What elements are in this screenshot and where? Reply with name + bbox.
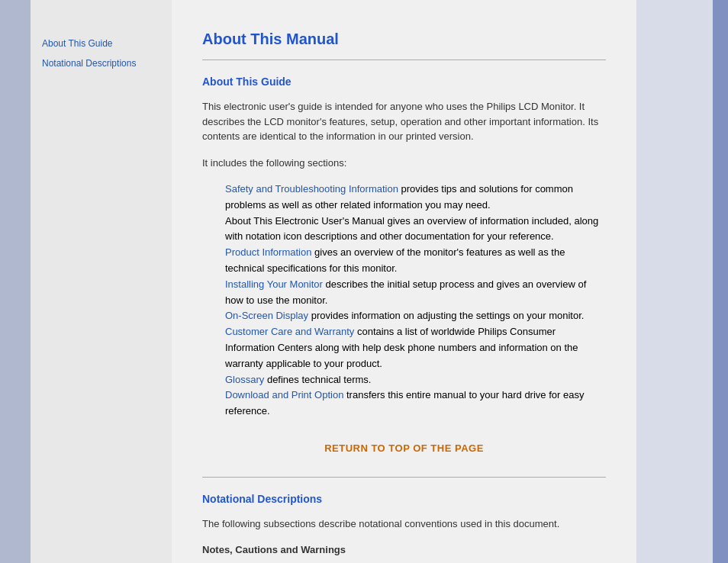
about-manual-text: About This Electronic User's Manual give… — [225, 215, 598, 243]
sidebar: About This Guide Notational Descriptions — [31, 0, 172, 563]
sidebar-item-about-guide[interactable]: About This Guide — [42, 38, 160, 49]
right-accent — [713, 0, 728, 563]
return-to-top-link[interactable]: RETURN TO TOP OF THE PAGE — [202, 442, 606, 454]
link-osd: On-Screen Display provides information o… — [225, 310, 584, 321]
safety-link[interactable]: Safety and Troubleshooting Information — [225, 183, 398, 195]
link-product: Product Information gives an overview of… — [225, 246, 565, 274]
download-link[interactable]: Download and Print Option — [225, 389, 343, 401]
about-guide-intro-p2: It includes the following sections: — [202, 156, 606, 171]
divider-top — [202, 60, 606, 60]
osd-link[interactable]: On-Screen Display — [225, 310, 308, 321]
links-block: Safety and Troubleshooting Information p… — [225, 182, 606, 420]
glossary-text: defines technical terms. — [264, 374, 371, 385]
page-title: About This Manual — [202, 31, 606, 48]
product-link[interactable]: Product Information — [225, 246, 311, 258]
divider-middle — [202, 477, 606, 478]
link-safety: Safety and Troubleshooting Information p… — [225, 183, 573, 211]
main-content: About This Manual About This Guide This … — [172, 0, 636, 563]
link-glossary: Glossary defines technical terms. — [225, 374, 371, 385]
installing-link[interactable]: Installing Your Monitor — [225, 278, 323, 290]
sidebar-item-notational[interactable]: Notational Descriptions — [42, 58, 160, 69]
right-panel — [636, 0, 728, 563]
link-download: Download and Print Option transfers this… — [225, 389, 584, 417]
left-border — [0, 0, 31, 563]
customer-care-link[interactable]: Customer Care and Warranty — [225, 326, 354, 337]
link-customer-care: Customer Care and Warranty contains a li… — [225, 326, 578, 369]
notational-intro: The following subsections describe notat… — [202, 516, 606, 532]
notes-cautions-title: Notes, Cautions and Warnings — [202, 542, 606, 558]
glossary-link[interactable]: Glossary — [225, 374, 264, 385]
osd-text: provides information on adjusting the se… — [308, 310, 584, 321]
notational-title: Notational Descriptions — [202, 493, 606, 505]
about-guide-title: About This Guide — [202, 76, 606, 88]
link-installing: Installing Your Monitor describes the in… — [225, 278, 586, 306]
about-guide-intro-p1: This electronic user's guide is intended… — [202, 99, 606, 144]
